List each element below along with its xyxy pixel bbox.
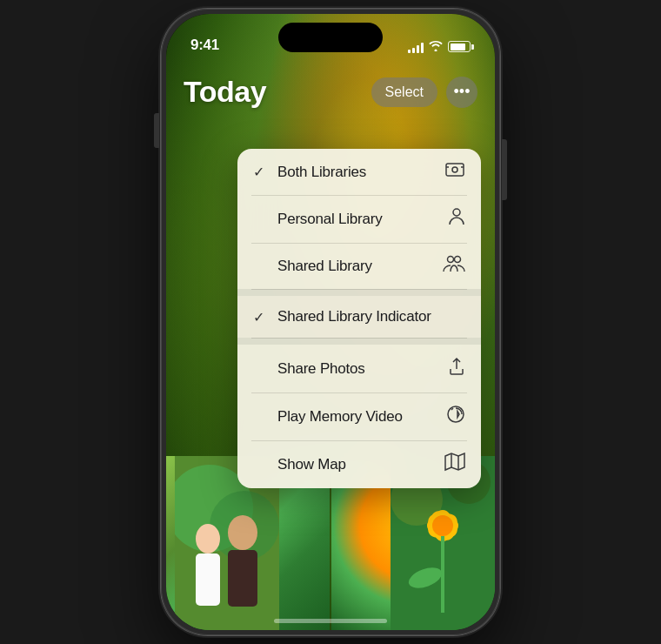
personal-library-icon <box>448 207 465 231</box>
checkmark-both: ✓ <box>253 164 269 180</box>
shared-library-icon <box>443 255 465 277</box>
play-memory-icon <box>446 405 465 428</box>
app-header: Today Select ••• <box>166 61 495 119</box>
page-title: Today <box>184 75 266 109</box>
menu-label-both-libraries: Both Libraries <box>277 164 366 181</box>
svg-point-21 <box>432 515 453 536</box>
menu-label-indicator: Shared Library Indicator <box>277 308 431 325</box>
dynamic-island <box>278 23 383 52</box>
checkmark-indicator: ✓ <box>253 309 269 325</box>
status-icons <box>408 39 471 54</box>
menu-item-both-libraries[interactable]: ✓ Both Libraries <box>237 149 481 195</box>
select-button[interactable]: Select <box>371 77 437 107</box>
svg-rect-12 <box>228 550 257 607</box>
menu-label-show-map: Show Map <box>277 456 346 473</box>
menu-item-show-map[interactable]: Show Map <box>237 440 481 488</box>
share-photos-icon <box>448 357 465 380</box>
status-time: 9:41 <box>190 37 219 54</box>
battery-icon <box>448 41 471 52</box>
menu-label-share-photos: Share Photos <box>277 360 365 378</box>
phone-frame: 9:41 <box>161 9 500 635</box>
phone-screen: 9:41 <box>166 14 495 630</box>
menu-label-play-memory: Play Memory Video <box>277 408 403 426</box>
svg-point-4 <box>455 257 461 263</box>
home-bar <box>274 619 387 623</box>
svg-point-3 <box>448 257 454 263</box>
svg-rect-0 <box>446 164 464 176</box>
wifi-icon <box>429 39 443 54</box>
show-map-icon <box>444 453 465 476</box>
both-libraries-icon <box>444 161 465 183</box>
more-button[interactable]: ••• <box>446 77 477 108</box>
svg-rect-10 <box>196 553 220 606</box>
menu-label-personal-library: Personal Library <box>277 211 383 228</box>
svg-point-11 <box>228 515 257 550</box>
menu-separator-2 <box>237 338 481 345</box>
menu-item-play-memory[interactable]: Play Memory Video <box>237 392 481 440</box>
header-buttons: Select ••• <box>371 77 477 108</box>
menu-item-personal-library[interactable]: Personal Library <box>237 195 481 243</box>
svg-point-9 <box>196 524 220 553</box>
menu-item-indicator[interactable]: ✓ Shared Library Indicator <box>237 296 481 338</box>
menu-item-share-photos[interactable]: Share Photos <box>237 345 481 392</box>
menu-label-shared-library: Shared Library <box>277 258 372 275</box>
signal-icon <box>408 41 424 53</box>
svg-point-1 <box>452 167 457 172</box>
menu-item-shared-library[interactable]: Shared Library <box>237 243 481 289</box>
dropdown-menu: ✓ Both Libraries Personal Library <box>237 149 481 488</box>
menu-separator-1 <box>237 289 481 296</box>
svg-point-2 <box>453 209 460 216</box>
